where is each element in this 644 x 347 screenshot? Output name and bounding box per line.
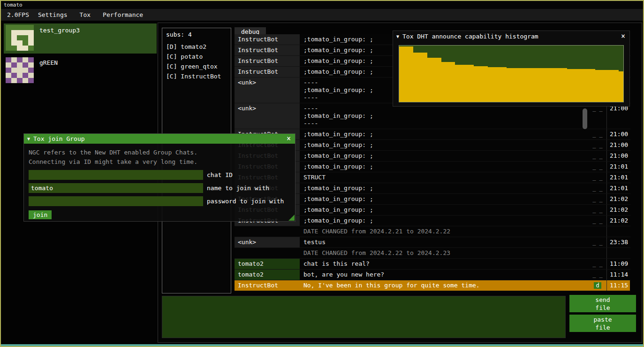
paste-file-button[interactable]: paste file bbox=[569, 315, 636, 332]
message-line: ;tomato_in_group: ; bbox=[303, 195, 585, 203]
join-password-input[interactable] bbox=[29, 196, 203, 206]
message-text: ;tomato_in_group: ; bbox=[300, 205, 589, 215]
histogram-bar bbox=[511, 68, 516, 102]
message-flags: _ _ bbox=[589, 216, 606, 226]
avatar-pixel bbox=[11, 78, 17, 83]
histogram-bar bbox=[619, 71, 623, 102]
join-info-line-2: Connecting via ID might take a very long… bbox=[29, 157, 290, 167]
subs-list-item[interactable]: [D] tomato2 bbox=[162, 42, 231, 52]
message-time: 21:00 bbox=[606, 151, 630, 161]
message-flags: _ _ bbox=[589, 194, 606, 204]
group-avatar bbox=[6, 57, 34, 83]
histogram-bar bbox=[581, 69, 586, 102]
date-row-spacer bbox=[235, 248, 300, 258]
avatar-pixel bbox=[23, 35, 28, 40]
avatar-pixel bbox=[6, 30, 11, 35]
close-icon[interactable]: × bbox=[286, 135, 292, 142]
histogram-bar bbox=[600, 70, 605, 102]
group-item-test_group3[interactable]: test_group3 bbox=[4, 23, 157, 54]
subs-list-item[interactable]: [C] potato bbox=[162, 52, 231, 62]
histogram-bar bbox=[492, 67, 497, 102]
sender-name: <unk> bbox=[235, 237, 300, 247]
message-flags bbox=[589, 248, 606, 258]
message-text: chat is this real? bbox=[300, 259, 589, 269]
collapse-arrow-icon[interactable]: ▼ bbox=[27, 136, 30, 141]
message-time: 21:01 bbox=[606, 183, 630, 193]
sender-name: InstructBot bbox=[235, 56, 300, 66]
message-time: 21:00 bbox=[606, 103, 630, 129]
histogram-bar bbox=[591, 69, 595, 102]
chat-message-row[interactable]: <unk>----;tomato_in_group: ;----_ _21:00 bbox=[235, 103, 630, 129]
chat-scrollbar-thumb[interactable] bbox=[583, 108, 587, 129]
resize-grip[interactable] bbox=[288, 215, 295, 221]
chat-id-input[interactable] bbox=[29, 170, 203, 180]
message-time bbox=[606, 226, 630, 237]
avatar-pixel bbox=[23, 30, 28, 35]
join-window-body: NGC refers to the New DHT enabled Group … bbox=[24, 144, 295, 224]
message-time: 21:00 bbox=[606, 140, 630, 150]
avatar-pixel bbox=[11, 25, 17, 30]
window-resize-edge[interactable] bbox=[1, 344, 643, 346]
message-flags: d bbox=[589, 280, 606, 291]
message-line: ;tomato_in_group: ; bbox=[303, 206, 585, 214]
send-file-button[interactable]: send file bbox=[569, 295, 636, 312]
menu-item-tox[interactable]: Tox bbox=[74, 10, 97, 20]
date-separator-row[interactable]: DATE CHANGED from 2024.2.22 to 2024.2.23 bbox=[235, 248, 630, 259]
subs-list: [D] tomato2[C] potato[C] green_qtox[C] I… bbox=[162, 42, 231, 81]
dht-histogram-window: ▼ Tox DHT announce capability histogram … bbox=[393, 31, 630, 107]
sender-name: InstructBot bbox=[235, 67, 300, 77]
histogram-bar bbox=[460, 65, 464, 102]
message-line: ;tomato_in_group: ; bbox=[303, 163, 585, 170]
join-window-titlebar[interactable]: ▼ Tox join Group × bbox=[24, 134, 295, 144]
histogram-window-titlebar[interactable]: ▼ Tox DHT announce capability histogram … bbox=[393, 31, 629, 42]
menu-bar: 2.0FPSSettingsToxPerformance bbox=[1, 9, 643, 21]
close-icon[interactable]: × bbox=[620, 33, 626, 40]
avatar-pixel bbox=[6, 68, 11, 73]
histogram-bar bbox=[567, 69, 572, 102]
subs-list-item[interactable]: [C] green_qtox bbox=[162, 62, 231, 71]
sender-name: tomato2 bbox=[235, 259, 300, 269]
date-separator-row[interactable]: DATE CHANGED from 2024.2.21 to 2024.2.22 bbox=[235, 226, 630, 237]
message-flags: _ _ bbox=[589, 140, 606, 150]
sender-name: InstructBot bbox=[235, 45, 300, 55]
message-time: 11:09 bbox=[606, 259, 630, 269]
sender-name: InstructBot bbox=[235, 34, 300, 45]
message-flags: _ _ bbox=[589, 237, 606, 247]
message-line: ;tomato_in_group: ; bbox=[303, 141, 585, 149]
avatar-pixel bbox=[6, 46, 11, 51]
histogram-bar bbox=[530, 68, 535, 102]
group-item-gREEN[interactable]: gREEN bbox=[4, 56, 157, 86]
histogram-plot bbox=[399, 45, 624, 102]
histogram-bar bbox=[609, 70, 614, 102]
message-input[interactable] bbox=[162, 296, 566, 338]
message-text: bot, are you new here? bbox=[300, 270, 589, 280]
chat-message-row[interactable]: tomato2bot, are you new here?_ _11:14 bbox=[235, 270, 630, 280]
histogram-bar bbox=[535, 68, 539, 102]
window-title: tomato bbox=[4, 2, 23, 8]
avatar-pixel bbox=[11, 46, 17, 51]
message-flags: _ _ bbox=[589, 172, 606, 183]
menu-item-performance[interactable]: Performance bbox=[97, 10, 149, 20]
message-text: ;tomato_in_group: ; bbox=[300, 151, 589, 161]
message-flags: _ _ bbox=[589, 162, 606, 172]
chat-message-row[interactable]: <unk>testus_ _23:38 bbox=[235, 237, 630, 248]
message-time: 21:02 bbox=[606, 216, 630, 226]
group-name: gREEN bbox=[39, 57, 58, 66]
histogram-bar bbox=[464, 65, 469, 102]
join-name-input[interactable] bbox=[29, 183, 203, 193]
message-flags: _ _ bbox=[589, 259, 606, 269]
join-button[interactable]: join bbox=[29, 210, 52, 219]
avatar-pixel bbox=[23, 73, 28, 78]
collapse-arrow-icon[interactable]: ▼ bbox=[396, 34, 399, 39]
histogram-bar bbox=[437, 58, 441, 102]
chat-message-row[interactable]: tomato2chat is this real?_ _11:09 bbox=[235, 259, 630, 270]
group-avatar bbox=[6, 25, 34, 51]
message-flags: _ _ bbox=[589, 205, 606, 215]
menu-item-settings[interactable]: Settings bbox=[32, 10, 74, 20]
chat-message-row[interactable]: InstructBotNo, I've been in this group f… bbox=[235, 280, 630, 291]
message-line: No, I've been in this group for quite so… bbox=[303, 282, 585, 289]
avatar-pixel bbox=[11, 68, 17, 73]
subs-list-item[interactable]: [C] InstructBot bbox=[162, 71, 231, 81]
message-text: ;tomato_in_group: ; bbox=[300, 129, 589, 139]
message-text: ;tomato_in_group: ; bbox=[300, 140, 589, 150]
